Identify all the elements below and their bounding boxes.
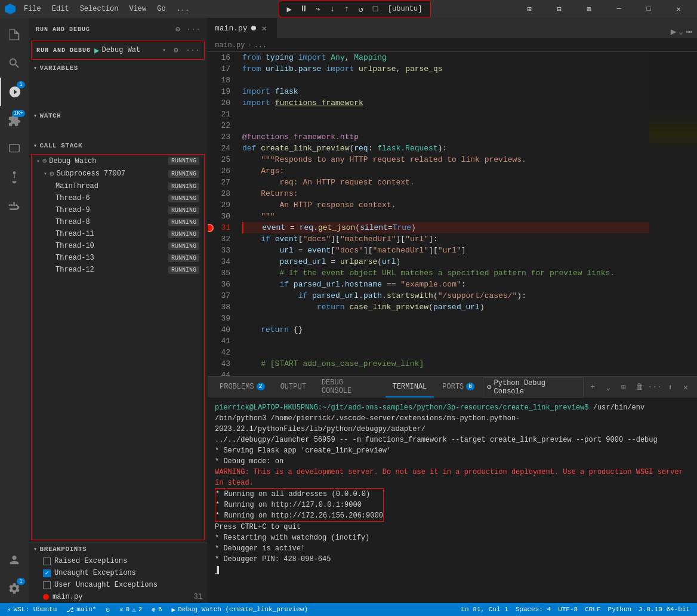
code-editor[interactable]: 16 17 18 19 20 21 22 23 24 25 26 27 28 2… xyxy=(208,52,649,376)
menu-selection[interactable]: Selection xyxy=(75,4,124,14)
breadcrumb-ellipsis[interactable]: ... xyxy=(254,41,267,50)
menu-go[interactable]: Go xyxy=(152,4,170,14)
panel-tab-terminal[interactable]: TERMINAL xyxy=(385,377,434,398)
menu-bar: File Edit Selection View Go ... xyxy=(19,4,194,14)
python-debug-console-button[interactable]: ⚙ Python Debug Console xyxy=(483,377,584,398)
callstack-thread-12[interactable]: Thread-12 RUNNING xyxy=(32,264,204,276)
window-maximize-button[interactable]: □ xyxy=(635,0,662,18)
window-layout-button[interactable]: ⊞ xyxy=(516,0,543,18)
debug-continue-button[interactable]: ▶ xyxy=(283,2,296,16)
status-wsl[interactable]: ⚡ WSL: Ubuntu xyxy=(5,606,59,614)
status-debug[interactable]: ▶ Debug Watch (create_link_preview) xyxy=(169,606,310,614)
status-line-ending[interactable]: CRLF xyxy=(582,606,603,613)
run-file-button[interactable]: ▶ xyxy=(671,26,677,38)
debug-step-into-button[interactable]: ↓ xyxy=(326,2,339,16)
sidebar-more-button[interactable]: ··· xyxy=(187,23,200,36)
menu-file[interactable]: File xyxy=(19,4,46,14)
status-sync[interactable]: ↻ xyxy=(103,606,112,614)
callstack-subprocess[interactable]: ▾ ⚙ Subprocess 77007 RUNNING xyxy=(32,167,204,180)
activity-settings-icon[interactable]: 1 xyxy=(0,574,29,603)
variables-section-header[interactable]: ▾ VARIABLES xyxy=(29,62,207,74)
watch-section-header[interactable]: ▾ WATCH xyxy=(29,110,207,122)
callstack-thread-13[interactable]: Thread-13 RUNNING xyxy=(32,252,204,264)
menu-edit[interactable]: Edit xyxy=(47,4,74,14)
breakpoint-main-py[interactable]: main.py 31 xyxy=(29,591,207,603)
callstack-thread10-label: Thread-10 xyxy=(55,242,168,250)
callstack-thread-mainthread[interactable]: MainThread RUNNING xyxy=(32,180,204,192)
activity-extensions-icon[interactable]: 1K+ xyxy=(0,106,29,135)
breakpoint-raised-exceptions[interactable]: Raised Exceptions xyxy=(29,555,207,567)
menu-view[interactable]: View xyxy=(124,4,151,14)
terminal-line-ctrl-c: Press CTRL+C to quit xyxy=(215,522,690,532)
activity-docker-icon[interactable] xyxy=(0,192,29,221)
callstack-thread-10[interactable]: Thread-10 RUNNING xyxy=(32,240,204,252)
panel-tab-ports[interactable]: PORTS 6 xyxy=(435,377,482,398)
callstack-thread-6[interactable]: Thread-6 RUNNING xyxy=(32,192,204,204)
user-uncaught-exceptions-checkbox[interactable] xyxy=(43,581,51,589)
debug-more-button[interactable]: ··· xyxy=(186,44,199,57)
breadcrumb-file[interactable]: main.py xyxy=(215,41,245,50)
activity-debug-icon[interactable]: 1 xyxy=(0,78,29,106)
activity-search-icon[interactable] xyxy=(0,49,29,78)
terminal-serving-text: * Serving Flask app 'create_link_preview… xyxy=(215,446,391,455)
terminal-layout-button[interactable]: ⊞ xyxy=(617,381,630,394)
breakpoint-uncaught-exceptions[interactable]: ✓ Uncaught Exceptions xyxy=(29,567,207,579)
status-branch[interactable]: ⎇ main* xyxy=(64,606,98,614)
status-python-version[interactable]: 3.8.10 64-bit xyxy=(636,606,692,613)
debug-restart-button[interactable]: ↺ xyxy=(354,2,368,16)
line-num-39: 39 xyxy=(208,313,230,324)
debug-stop-button[interactable]: □ xyxy=(369,2,382,16)
callstack-section-header[interactable]: ▾ CALL STACK xyxy=(29,140,207,152)
breakpoint-user-uncaught-exceptions[interactable]: User Uncaught Exceptions xyxy=(29,579,207,591)
menu-more[interactable]: ... xyxy=(172,4,195,14)
status-language[interactable]: Python xyxy=(606,606,634,613)
panel-tab-debug-console[interactable]: DEBUG CONSOLE xyxy=(314,377,384,398)
window-layout2-button[interactable]: ⊟ xyxy=(545,0,573,18)
add-terminal-button[interactable]: + xyxy=(586,381,599,394)
status-wsl-label: WSL: Ubuntu xyxy=(14,606,57,613)
status-encoding[interactable]: UTF-8 xyxy=(556,606,580,613)
debug-pause-button[interactable]: ⏸ xyxy=(297,2,310,16)
window-minimize-button[interactable]: ─ xyxy=(605,0,633,18)
tab-main-py[interactable]: main.py ✕ xyxy=(208,18,277,38)
variables-chevron-icon: ▾ xyxy=(33,64,38,72)
terminal-trash-button[interactable]: 🗑 xyxy=(633,381,646,394)
status-spaces[interactable]: Spaces: 4 xyxy=(513,606,553,613)
status-errors[interactable]: ✕ 0 ⚠ 2 xyxy=(117,606,144,614)
editor-more-button[interactable]: ⌄ xyxy=(679,27,683,36)
debug-config[interactable]: ▶ Debug Wat ▾ xyxy=(94,45,166,56)
panel-tab-problems[interactable]: PROBLEMS 2 xyxy=(212,377,272,398)
watch-label: WATCH xyxy=(40,112,61,119)
terminal-more-button[interactable]: ⌄ xyxy=(602,381,615,394)
sidebar-settings-button[interactable]: ⚙ xyxy=(171,23,184,36)
debug-config-settings-button[interactable]: ⚙ xyxy=(169,44,183,57)
activity-test-icon[interactable] xyxy=(0,164,29,192)
activity-remote-icon[interactable] xyxy=(0,135,29,164)
terminal-content: pierrick@LAPTOP-HKU5PNNG:~/git/add-ons-s… xyxy=(208,398,697,603)
callstack-thread-11[interactable]: Thread-11 RUNNING xyxy=(32,228,204,240)
callstack-thread-8[interactable]: Thread-8 RUNNING xyxy=(32,216,204,228)
tab-close-button[interactable]: ✕ xyxy=(260,23,269,33)
editor-split-button[interactable]: ⋯ xyxy=(686,25,692,38)
status-language-label: Python xyxy=(608,606,632,613)
activity-accounts-icon[interactable] xyxy=(0,546,29,574)
window-close-button[interactable]: ✕ xyxy=(665,0,692,18)
debug-step-over-button[interactable]: ↷ xyxy=(312,2,325,16)
status-ports[interactable]: ⊕ 6 xyxy=(149,606,164,614)
status-line-col[interactable]: Ln 81, Col 1 xyxy=(459,606,511,613)
panel-close-button[interactable]: ✕ xyxy=(679,381,692,394)
panel-maximize-button[interactable]: ⬆ xyxy=(664,381,677,394)
raised-exceptions-checkbox[interactable] xyxy=(43,558,51,565)
callstack-thread-9[interactable]: Thread-9 RUNNING xyxy=(32,204,204,216)
breakpoints-section-header[interactable]: ▾ BREAKPOINTS xyxy=(29,543,207,555)
debug-step-out-button[interactable]: ↑ xyxy=(340,2,353,16)
line-num-41: 41 xyxy=(208,335,230,347)
debug-play-icon[interactable]: ▶ xyxy=(94,45,99,56)
callstack-thread8-label: Thread-8 xyxy=(55,218,168,226)
activity-explorer-icon[interactable] xyxy=(0,20,29,49)
terminal-options-button[interactable]: ··· xyxy=(648,381,661,394)
callstack-debug-watch[interactable]: ▾ ⚙ Debug Watch RUNNING xyxy=(32,155,204,167)
window-layout3-button[interactable]: ⊠ xyxy=(575,0,603,18)
uncaught-exceptions-checkbox[interactable]: ✓ xyxy=(43,569,51,577)
panel-tab-output[interactable]: OUTPUT xyxy=(273,377,313,398)
